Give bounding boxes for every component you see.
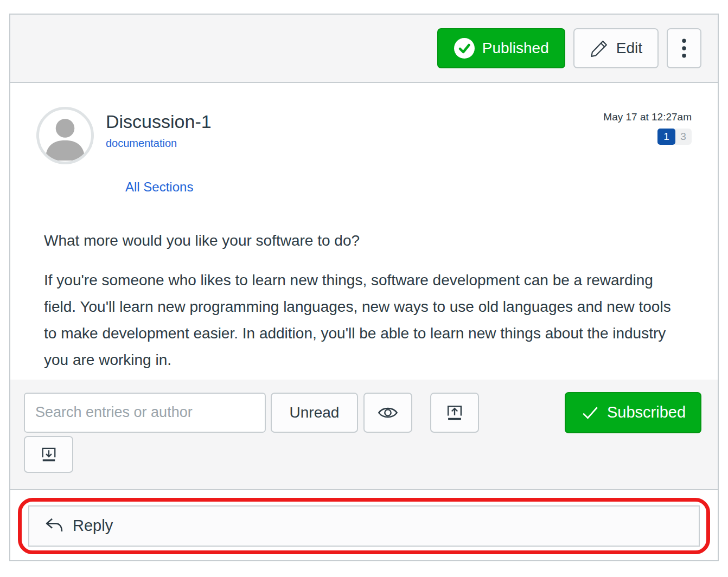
export-button[interactable] <box>430 393 479 433</box>
discussion-question: What more would you like your software t… <box>44 227 692 254</box>
download-button[interactable] <box>24 436 73 473</box>
pencil-icon <box>590 39 609 58</box>
discussion-topic: Discussion-1 documentation May 17 at 12:… <box>10 83 718 380</box>
mark-all-read-button[interactable] <box>363 393 412 433</box>
unread-count-badge: 1 <box>657 129 675 145</box>
reply-section: Reply <box>10 490 718 561</box>
person-silhouette-icon <box>39 110 91 162</box>
entries-toolbar-row-2 <box>24 436 701 473</box>
discussion-message: What more would you like your software t… <box>44 227 692 373</box>
kebab-menu-button[interactable] <box>667 28 701 68</box>
all-sections-link[interactable]: All Sections <box>125 179 193 195</box>
checkmark-icon <box>580 403 600 422</box>
page-title: Discussion-1 <box>106 111 212 132</box>
discussion-paragraph: If you're someone who likes to learn new… <box>44 267 684 373</box>
edit-label: Edit <box>616 40 642 57</box>
download-icon <box>39 445 59 464</box>
subscribed-label: Subscribed <box>607 403 686 421</box>
meta-column: May 17 at 12:27am 1 3 <box>603 107 692 145</box>
unread-filter-button[interactable]: Unread <box>271 393 358 433</box>
reply-arrow-icon <box>44 517 65 535</box>
upload-icon <box>444 402 465 423</box>
published-label: Published <box>482 40 549 57</box>
title-column: Discussion-1 documentation <box>106 107 212 150</box>
reply-button[interactable]: Reply <box>28 505 700 547</box>
check-circle-icon <box>454 37 475 59</box>
unread-label: Unread <box>290 404 340 421</box>
entries-toolbar-row-1: Unread <box>24 393 701 433</box>
subscribed-button[interactable]: Subscribed <box>565 392 701 433</box>
avatar <box>36 107 94 164</box>
discussion-page-container: Published Edit <box>9 14 719 561</box>
reply-label: Reply <box>73 517 113 535</box>
entries-toolbar: Unread <box>10 380 718 490</box>
published-button[interactable]: Published <box>437 28 565 68</box>
timestamp: May 17 at 12:27am <box>603 111 692 123</box>
annotation-highlight: Reply <box>18 498 710 554</box>
discussion-header: Discussion-1 documentation May 17 at 12:… <box>36 107 692 164</box>
eye-icon <box>377 402 399 424</box>
total-count-badge: 3 <box>674 129 692 145</box>
search-input[interactable] <box>24 393 266 433</box>
header-toolbar: Published Edit <box>10 15 718 83</box>
kebab-menu-icon <box>675 36 693 60</box>
author-link[interactable]: documentation <box>106 137 177 150</box>
reply-count-badges: 1 3 <box>603 129 692 145</box>
edit-button[interactable]: Edit <box>573 28 659 68</box>
